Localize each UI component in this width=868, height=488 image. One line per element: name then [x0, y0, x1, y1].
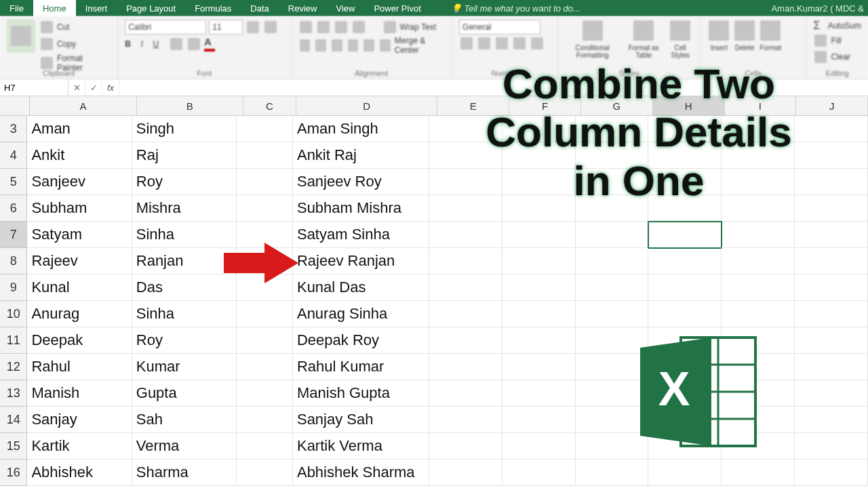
cell-I5[interactable]	[722, 169, 795, 195]
row-header[interactable]: 8	[0, 248, 27, 274]
cell-E11[interactable]	[429, 327, 502, 354]
cell-I16[interactable]	[722, 460, 795, 486]
cell-H15[interactable]	[648, 433, 722, 460]
cell-A16[interactable]: Abhishek	[27, 460, 132, 486]
cell-I11[interactable]	[722, 327, 795, 354]
format-as-table-button[interactable]: Format as Table	[624, 19, 663, 59]
cell-C16[interactable]	[237, 460, 293, 486]
row-header[interactable]: 3	[0, 116, 27, 142]
underline-button[interactable]: U	[153, 39, 159, 49]
cell-J3[interactable]	[795, 116, 868, 142]
cell-D4[interactable]: Ankit Raj	[293, 142, 429, 169]
cell-C7[interactable]	[237, 222, 293, 248]
cell-I13[interactable]	[722, 380, 795, 407]
row-header[interactable]: 12	[0, 354, 27, 380]
cell-I15[interactable]	[722, 433, 795, 460]
cell-D9[interactable]: Kunal Das	[293, 274, 429, 301]
cell-G12[interactable]	[576, 354, 649, 380]
cell-G15[interactable]	[576, 433, 649, 460]
cell-D14[interactable]: Sanjay Sah	[293, 407, 429, 433]
cell-C9[interactable]	[237, 274, 293, 301]
tab-review[interactable]: Review	[279, 0, 327, 16]
percent-icon[interactable]	[478, 37, 490, 49]
col-header-A[interactable]: A	[30, 96, 136, 115]
align-top-icon[interactable]	[300, 21, 312, 33]
cell-J5[interactable]	[795, 169, 868, 195]
cell-A14[interactable]: Sanjay	[27, 407, 132, 433]
cell-A6[interactable]: Subham	[27, 195, 132, 222]
col-header-B[interactable]: B	[137, 96, 243, 115]
tab-formulas[interactable]: Formulas	[185, 0, 241, 16]
tab-home[interactable]: Home	[33, 0, 76, 16]
cell-J14[interactable]	[795, 407, 868, 433]
format-cells-button[interactable]: Format	[759, 19, 782, 52]
orientation-icon[interactable]	[353, 21, 365, 33]
cell-E6[interactable]	[429, 195, 502, 222]
cell-H10[interactable]	[648, 301, 722, 327]
increase-font-icon[interactable]	[247, 21, 259, 33]
cell-B12[interactable]: Kumar	[132, 354, 237, 380]
cell-styles-button[interactable]: Cell Styles	[667, 19, 693, 59]
cell-E12[interactable]	[429, 354, 502, 380]
cell-A8[interactable]: Rajeev	[27, 248, 132, 274]
cell-D13[interactable]: Manish Gupta	[293, 380, 429, 407]
cell-H12[interactable]	[648, 354, 722, 380]
cell-A15[interactable]: Kartik	[27, 433, 132, 460]
cell-C3[interactable]	[237, 116, 293, 142]
cell-G3[interactable]	[576, 116, 649, 142]
cell-J15[interactable]	[795, 433, 868, 460]
clear-button[interactable]: Clear	[813, 49, 861, 64]
cell-F8[interactable]	[502, 248, 576, 274]
cell-D3[interactable]: Aman Singh	[293, 116, 429, 142]
tab-power-pivot[interactable]: Power Pivot	[364, 0, 430, 16]
cell-H8[interactable]	[648, 248, 722, 274]
cell-A3[interactable]: Aman	[27, 116, 132, 142]
insert-cells-button[interactable]: Insert	[707, 19, 730, 52]
cell-H5[interactable]	[648, 169, 722, 195]
cell-C4[interactable]	[237, 142, 293, 169]
cell-D6[interactable]: Subham Mishra	[293, 195, 429, 222]
delete-cells-button[interactable]: Delete	[733, 19, 756, 52]
cell-H14[interactable]	[648, 407, 722, 433]
cell-H11[interactable]	[648, 327, 722, 354]
row-header[interactable]: 15	[0, 433, 27, 460]
col-header-G[interactable]: G	[581, 96, 653, 115]
fill-color-icon[interactable]	[188, 38, 200, 50]
col-header-E[interactable]: E	[437, 96, 509, 115]
inc-decimal-icon[interactable]	[513, 37, 526, 49]
cell-H7[interactable]	[648, 222, 722, 248]
cell-C6[interactable]	[237, 195, 293, 222]
cell-G11[interactable]	[576, 327, 649, 354]
cell-B10[interactable]: Sinha	[132, 301, 237, 327]
decrease-font-icon[interactable]	[264, 21, 277, 33]
cell-E10[interactable]	[429, 301, 502, 327]
row-header[interactable]: 6	[0, 195, 27, 222]
cell-F15[interactable]	[502, 433, 576, 460]
cell-J7[interactable]	[795, 222, 868, 248]
cell-G8[interactable]	[576, 248, 649, 274]
cell-I8[interactable]	[722, 248, 795, 274]
cell-A11[interactable]: Deepak	[27, 327, 132, 354]
cell-J6[interactable]	[795, 195, 868, 222]
cell-G6[interactable]	[576, 195, 649, 222]
name-box[interactable]: H7	[0, 79, 68, 96]
cell-A4[interactable]: Ankit	[27, 142, 132, 169]
cell-F5[interactable]	[502, 169, 576, 195]
select-all-corner[interactable]	[0, 96, 30, 115]
cell-I3[interactable]	[722, 116, 795, 142]
cell-C12[interactable]	[237, 354, 293, 380]
row-header[interactable]: 10	[0, 301, 27, 327]
cell-H3[interactable]	[648, 116, 722, 142]
tab-data[interactable]: Data	[241, 0, 278, 16]
cell-C13[interactable]	[237, 380, 293, 407]
row-header[interactable]: 9	[0, 274, 27, 301]
cell-B7[interactable]: Sinha	[132, 222, 237, 248]
bold-button[interactable]: B	[125, 39, 131, 49]
tab-insert[interactable]: Insert	[76, 0, 117, 16]
indent-dec-icon[interactable]	[348, 39, 359, 52]
cut-button[interactable]: Cut	[39, 20, 111, 35]
cell-D5[interactable]: Sanjeev Roy	[293, 169, 429, 195]
cell-G10[interactable]	[576, 301, 649, 327]
cell-A12[interactable]: Rahul	[27, 354, 132, 380]
row-header[interactable]: 7	[0, 222, 27, 248]
